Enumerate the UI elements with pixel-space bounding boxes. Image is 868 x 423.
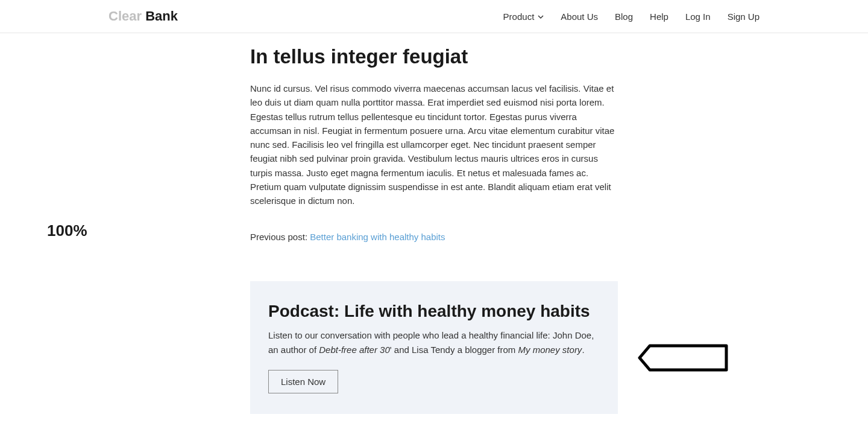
- podcast-em2: My money story: [518, 345, 582, 355]
- previous-post: Previous post: Better banking with healt…: [250, 232, 618, 242]
- logo-bank: Bank: [142, 8, 178, 24]
- article-body: Nunc id cursus. Vel risus commodo viverr…: [250, 81, 618, 208]
- nav-signup-label: Sign Up: [728, 11, 760, 22]
- podcast-title: Podcast: Life with healthy money habits: [268, 302, 600, 321]
- nav-product-label: Product: [503, 11, 535, 22]
- logo[interactable]: Clear Bank: [108, 8, 178, 24]
- navbar: Clear Bank Product About Us Blog Help Lo…: [0, 0, 868, 33]
- nav-item-product[interactable]: Product: [503, 11, 544, 22]
- nav-item-help[interactable]: Help: [650, 11, 668, 22]
- main-content: 100% In tellus integer feugiat Nunc id c…: [0, 33, 868, 414]
- nav-about-label: About Us: [561, 11, 598, 22]
- logo-clear: Clear: [108, 8, 142, 24]
- previous-post-link[interactable]: Better banking with healthy habits: [310, 232, 445, 242]
- chevron-down-icon: [538, 11, 544, 22]
- podcast-description: Listen to our conversation with people w…: [268, 328, 600, 357]
- nav-item-about[interactable]: About Us: [561, 11, 598, 22]
- nav-help-label: Help: [650, 11, 668, 22]
- previous-post-label: Previous post:: [250, 232, 310, 242]
- article: In tellus integer feugiat Nunc id cursus…: [250, 45, 618, 414]
- listen-now-button[interactable]: Listen Now: [268, 370, 338, 393]
- nav-login-label: Log In: [685, 11, 711, 22]
- article-heading: In tellus integer feugiat: [250, 45, 618, 68]
- nav-item-signup[interactable]: Sign Up: [728, 11, 760, 22]
- podcast-desc-part2: ' and Lisa Tendy a blogger from: [390, 345, 518, 355]
- annotation-label-icon: [638, 344, 728, 374]
- podcast-box: Podcast: Life with healthy money habits …: [250, 281, 618, 414]
- annotation-percent: 100%: [47, 221, 87, 240]
- nav-item-blog[interactable]: Blog: [615, 11, 633, 22]
- nav-menu: Product About Us Blog Help Log In Sign U…: [503, 11, 760, 22]
- nav-blog-label: Blog: [615, 11, 633, 22]
- podcast-desc-part3: .: [582, 345, 584, 355]
- nav-item-login[interactable]: Log In: [685, 11, 711, 22]
- podcast-em1: Debt-free after 30: [319, 345, 390, 355]
